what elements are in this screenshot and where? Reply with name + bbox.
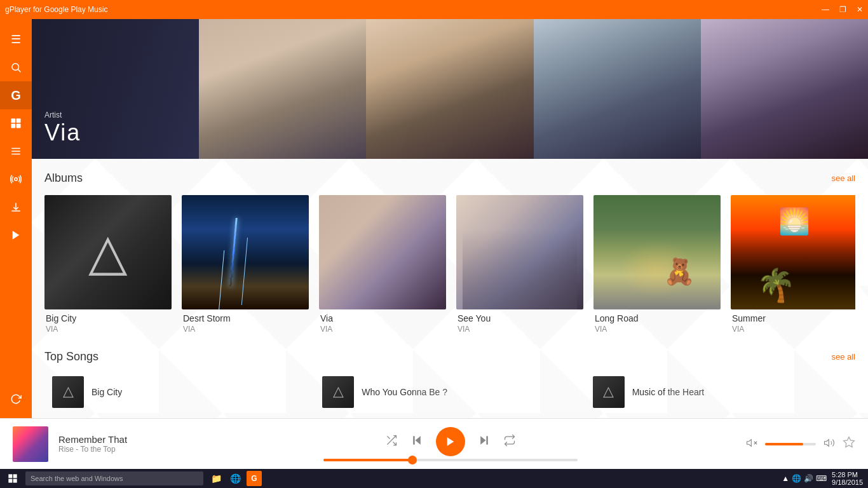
svg-point-9 bbox=[15, 178, 18, 181]
song-info: Big City bbox=[92, 387, 122, 397]
album-artist: VIA bbox=[46, 325, 170, 334]
play-button[interactable] bbox=[436, 427, 465, 456]
svg-line-15 bbox=[387, 436, 390, 438]
app-title: gPlayer for Google Play Music bbox=[5, 5, 107, 14]
album-card-long-road[interactable]: Long Road VIA bbox=[593, 195, 721, 337]
sidebar-item-download[interactable] bbox=[0, 193, 32, 221]
svg-rect-29 bbox=[13, 479, 17, 483]
volume-fill bbox=[765, 443, 803, 445]
taskbar-search[interactable] bbox=[25, 471, 203, 485]
maximize-button[interactable]: ❐ bbox=[839, 5, 846, 14]
volume-up-button[interactable] bbox=[824, 437, 835, 451]
taskbar-gplayer[interactable]: G bbox=[247, 471, 262, 486]
albums-header: Albums see all bbox=[44, 172, 855, 185]
svg-point-0 bbox=[12, 64, 19, 71]
album-artist: VIA bbox=[183, 325, 308, 334]
svg-rect-26 bbox=[8, 474, 12, 478]
artist-info: Artist Via bbox=[44, 111, 81, 146]
keyboard-icon[interactable]: ⌨ bbox=[816, 474, 827, 483]
face-figure-1 bbox=[199, 19, 366, 159]
album-card-see-you[interactable]: See You VIA bbox=[456, 195, 583, 337]
song-thumb bbox=[322, 376, 354, 408]
albums-title: Albums bbox=[44, 172, 83, 185]
window-controls: — ❐ ✕ bbox=[822, 5, 863, 14]
song-item-big-city-song[interactable]: Big City bbox=[44, 371, 315, 413]
clock: 5:28 PM bbox=[832, 471, 863, 478]
prev-button[interactable] bbox=[410, 434, 423, 449]
album-card-via[interactable]: Via VIA bbox=[319, 195, 446, 337]
minimize-button[interactable]: — bbox=[822, 5, 829, 14]
albums-grid: Big City VIA Desrt Storm VIA Via VIA See… bbox=[44, 195, 855, 337]
sidebar: ☰ G bbox=[0, 19, 32, 469]
svg-line-1 bbox=[18, 69, 20, 72]
tray-up-icon[interactable]: ▲ bbox=[782, 474, 789, 483]
start-button[interactable] bbox=[5, 471, 20, 486]
shuffle-button[interactable] bbox=[385, 434, 398, 449]
titlebar: gPlayer for Google Play Music — ❐ ✕ bbox=[0, 0, 868, 19]
sidebar-item-dashboard[interactable] bbox=[0, 109, 32, 137]
song-title: Music of the Heart bbox=[632, 387, 705, 397]
face-figure-4 bbox=[701, 19, 868, 159]
next-button[interactable] bbox=[478, 434, 491, 449]
svg-marker-11 bbox=[13, 231, 20, 240]
network-icon[interactable]: 🌐 bbox=[792, 474, 801, 483]
svg-marker-16 bbox=[416, 436, 421, 444]
top-songs-title: Top Songs bbox=[44, 350, 98, 363]
albums-section: Albums see all Big City VIA Desrt Storm … bbox=[32, 159, 868, 344]
player-bar: Remember That Rise - To the Top bbox=[0, 418, 868, 469]
svg-rect-20 bbox=[486, 436, 488, 444]
sidebar-item-play-next[interactable] bbox=[0, 221, 32, 249]
svg-marker-21 bbox=[747, 439, 752, 446]
svg-marker-25 bbox=[844, 437, 855, 447]
song-info: Who You Gonna Be ? bbox=[362, 387, 447, 397]
album-card-desert-storm[interactable]: Desrt Storm VIA bbox=[182, 195, 309, 337]
taskbar-right: ▲ 🌐 🔊 ⌨ 5:28 PM 9/18/2015 bbox=[782, 471, 863, 486]
album-name: Big City bbox=[46, 313, 170, 323]
volume-bar[interactable] bbox=[765, 443, 816, 445]
album-card-summer[interactable]: Summer VIA bbox=[731, 195, 855, 337]
album-artist: VIA bbox=[458, 325, 582, 334]
top-songs-header: Top Songs see all bbox=[44, 350, 855, 363]
svg-rect-17 bbox=[413, 436, 415, 444]
artist-name: Via bbox=[44, 119, 81, 146]
sidebar-item-radio[interactable] bbox=[0, 165, 32, 193]
sidebar-item-menu[interactable]: ☰ bbox=[0, 25, 32, 53]
albums-see-all[interactable]: see all bbox=[831, 173, 855, 183]
svg-rect-4 bbox=[11, 124, 16, 128]
progress-bar[interactable] bbox=[323, 459, 578, 461]
progress-fill bbox=[323, 459, 412, 461]
mute-button[interactable] bbox=[746, 437, 757, 451]
face-figure-3 bbox=[534, 19, 701, 159]
song-item-who-you-gonna-be[interactable]: Who You Gonna Be ? bbox=[315, 371, 585, 413]
svg-rect-2 bbox=[11, 119, 16, 123]
song-title: Big City bbox=[92, 387, 122, 397]
artist-photo bbox=[199, 19, 868, 159]
main-content: Artist Via Albums see all Big City VIA D… bbox=[32, 19, 868, 437]
svg-marker-18 bbox=[447, 437, 454, 446]
taskbar-browser[interactable]: 🌐 bbox=[227, 471, 243, 486]
song-thumb bbox=[593, 376, 625, 408]
sidebar-item-queue[interactable] bbox=[0, 137, 32, 165]
album-artist: VIA bbox=[320, 325, 445, 334]
close-button[interactable]: ✕ bbox=[857, 5, 863, 14]
speaker-icon[interactable]: 🔊 bbox=[804, 474, 813, 483]
sidebar-item-search[interactable] bbox=[0, 53, 32, 81]
song-item-music-of-heart[interactable]: Music of the Heart bbox=[585, 371, 855, 413]
song-info: Music of the Heart bbox=[632, 387, 705, 397]
player-info: Remember That Rise - To the Top bbox=[58, 434, 173, 454]
album-name: Desrt Storm bbox=[183, 313, 308, 323]
system-time: 5:28 PM 9/18/2015 bbox=[832, 471, 863, 486]
favorite-button[interactable] bbox=[843, 436, 855, 452]
album-name: Long Road bbox=[595, 313, 719, 323]
artist-hero-banner: Artist Via bbox=[32, 19, 868, 159]
artist-label: Artist bbox=[44, 111, 81, 119]
track-name: Remember That bbox=[58, 434, 173, 445]
songs-list: Big City Who You Gonna Be ? Music of the… bbox=[44, 371, 855, 413]
sidebar-item-recent[interactable] bbox=[0, 385, 32, 413]
top-songs-see-all[interactable]: see all bbox=[831, 352, 855, 362]
taskbar-file-explorer[interactable]: 📁 bbox=[208, 471, 224, 486]
album-card-big-city[interactable]: Big City VIA bbox=[44, 195, 172, 337]
sidebar-item-google-play[interactable]: G bbox=[0, 81, 32, 109]
repeat-button[interactable] bbox=[503, 434, 516, 449]
content-area: Albums see all Big City VIA Desrt Storm … bbox=[32, 159, 868, 419]
